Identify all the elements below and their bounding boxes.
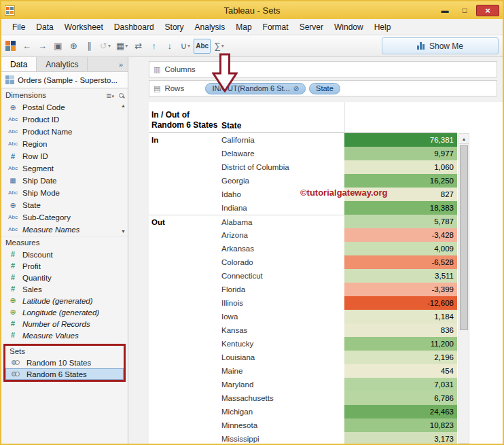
group-members-button[interactable]: ∪▾: [178, 39, 192, 54]
value-cell[interactable]: 24,463: [344, 405, 457, 419]
field-discount[interactable]: #Discount: [1, 249, 128, 260]
state-cell[interactable]: Idaho: [219, 188, 344, 201]
menu-item-server[interactable]: Server: [294, 20, 329, 34]
inout-cell[interactable]: [149, 283, 219, 296]
state-column-header[interactable]: State: [219, 102, 344, 132]
show-me-button[interactable]: Show Me: [382, 37, 499, 54]
sort-ascending-button[interactable]: ↑: [147, 39, 161, 54]
state-cell[interactable]: Mississippi: [219, 432, 344, 444]
collapse-pane-icon[interactable]: »: [114, 57, 128, 71]
value-cell[interactable]: 7,031: [344, 378, 457, 391]
field-longitude-generated[interactable]: ⊕Longitude (generated): [1, 306, 128, 318]
inout-cell[interactable]: [149, 242, 219, 255]
pill-in-out-random-6-st[interactable]: IN/OUT(Random 6 St...⊘: [205, 83, 306, 94]
state-cell[interactable]: Florida: [219, 283, 344, 296]
state-cell[interactable]: Iowa: [219, 310, 344, 323]
inout-cell[interactable]: [149, 147, 219, 160]
field-postal-code[interactable]: ⊕Postal Code: [1, 101, 128, 113]
search-icon[interactable]: [119, 93, 124, 98]
show-mark-labels-button[interactable]: Abc: [194, 39, 211, 54]
inout-cell[interactable]: [149, 188, 219, 201]
menu-item-analysis[interactable]: Analysis: [190, 20, 231, 34]
value-cell[interactable]: 5,787: [344, 215, 457, 228]
columns-shelf[interactable]: ▥ Columns: [149, 61, 497, 77]
run-auto-updates-button[interactable]: ↺▾: [98, 39, 113, 54]
maximize-button[interactable]: □: [456, 5, 473, 16]
value-cell[interactable]: -6,528: [344, 255, 457, 269]
state-cell[interactable]: Massachusetts: [219, 391, 344, 405]
inout-cell[interactable]: [149, 201, 219, 215]
pause-auto-updates-button[interactable]: ∥: [82, 39, 96, 54]
inout-cell[interactable]: [149, 160, 219, 174]
scrollbar-thumb[interactable]: [460, 145, 468, 330]
value-cell[interactable]: 1,060: [344, 160, 457, 174]
view-list-icon[interactable]: ≣▾: [106, 92, 114, 99]
value-cell[interactable]: 16,250: [344, 174, 457, 188]
state-cell[interactable]: Colorado: [219, 255, 344, 269]
field-latitude-generated[interactable]: ⊕Latitude (generated): [1, 295, 128, 306]
menu-item-file[interactable]: File: [7, 20, 31, 34]
field-sub-category[interactable]: AbcSub-Category: [1, 211, 128, 224]
value-cell[interactable]: 3,511: [344, 269, 457, 283]
field-measure-values[interactable]: #Measure Values: [1, 330, 128, 341]
menu-item-help[interactable]: Help: [369, 20, 397, 34]
state-cell[interactable]: Michigan: [219, 405, 344, 419]
state-cell[interactable]: Connecticut: [219, 269, 344, 283]
menu-item-map[interactable]: Map: [230, 20, 257, 34]
field-product-id[interactable]: AbcProduct ID: [1, 113, 128, 126]
inout-cell[interactable]: [149, 323, 219, 337]
field-profit[interactable]: #Profit: [1, 260, 128, 272]
inout-cell[interactable]: [149, 255, 219, 269]
inout-cell[interactable]: [149, 378, 219, 391]
save-button[interactable]: ▣: [51, 39, 65, 54]
inout-cell[interactable]: [149, 405, 219, 419]
state-cell[interactable]: Arizona: [219, 228, 344, 242]
state-cell[interactable]: Minnesota: [219, 419, 344, 432]
inout-cell[interactable]: Out: [149, 215, 219, 228]
state-cell[interactable]: Georgia: [219, 174, 344, 188]
inout-cell[interactable]: [149, 351, 219, 364]
inout-cell[interactable]: [149, 228, 219, 242]
value-cell[interactable]: 836: [344, 323, 457, 337]
field-random-10-states[interactable]: Random 10 States: [5, 357, 124, 368]
vertical-scrollbar[interactable]: ▲: [458, 133, 469, 444]
value-cell[interactable]: 827: [344, 188, 457, 201]
field-ship-date[interactable]: ▦Ship Date: [1, 175, 128, 187]
inout-cell[interactable]: [149, 391, 219, 405]
inout-cell[interactable]: [149, 296, 219, 310]
scrollbar-up-icon[interactable]: ▲: [459, 134, 469, 144]
field-random-6-states[interactable]: Random 6 States: [5, 368, 124, 380]
state-cell[interactable]: Delaware: [219, 147, 344, 160]
inout-cell[interactable]: [149, 419, 219, 432]
field-sales[interactable]: #Sales: [1, 283, 128, 295]
field-state[interactable]: ⊕State: [1, 199, 128, 211]
field-product-name[interactable]: AbcProduct Name: [1, 126, 128, 138]
forward-button[interactable]: →: [35, 39, 50, 54]
state-cell[interactable]: Arkansas: [219, 242, 344, 255]
field-ship-mode[interactable]: AbcShip Mode: [1, 187, 128, 199]
value-cell[interactable]: 6,786: [344, 391, 457, 405]
close-button[interactable]: ×: [476, 5, 499, 16]
state-cell[interactable]: Maine: [219, 364, 344, 378]
value-cell[interactable]: 11,200: [344, 337, 457, 351]
state-cell[interactable]: Kentucky: [219, 337, 344, 351]
datasource-item[interactable]: Orders (Sample - Supersto...: [1, 72, 128, 88]
inout-column-header[interactable]: In / Out of Random 6 States: [149, 102, 219, 132]
totals-button[interactable]: ∑▾: [212, 39, 226, 54]
tableau-logo-icon[interactable]: [5, 41, 16, 51]
menu-item-data[interactable]: Data: [31, 20, 58, 34]
value-cell[interactable]: 18,383: [344, 201, 457, 215]
swap-rows-columns-button[interactable]: ⇄: [131, 39, 145, 54]
state-cell[interactable]: District of Columbia: [219, 160, 344, 174]
state-cell[interactable]: California: [219, 133, 344, 147]
state-cell[interactable]: Alabama: [219, 215, 344, 228]
value-cell[interactable]: 2,196: [344, 351, 457, 364]
value-cell[interactable]: -3,428: [344, 228, 457, 242]
pill-state[interactable]: State: [309, 83, 340, 94]
value-cell[interactable]: -12,608: [344, 296, 457, 310]
scroll-down-icon[interactable]: ▼: [121, 229, 126, 234]
state-cell[interactable]: Indiana: [219, 201, 344, 215]
new-worksheet-button[interactable]: ▦▾: [114, 39, 130, 54]
minimize-button[interactable]: ▬: [437, 5, 453, 16]
field-segment[interactable]: AbcSegment: [1, 162, 128, 175]
